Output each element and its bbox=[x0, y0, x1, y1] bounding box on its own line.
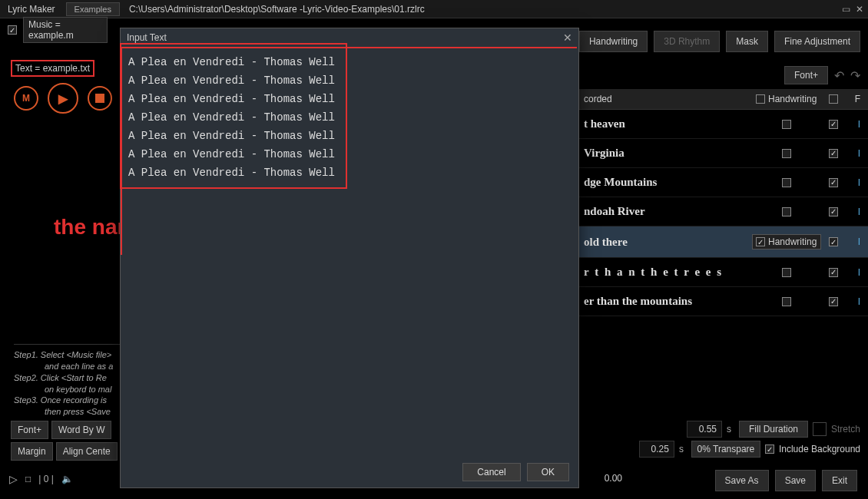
unit-s2: s bbox=[679, 444, 684, 454]
font-plus-button[interactable]: Font+ bbox=[11, 421, 48, 439]
handwriting-checkbox[interactable] bbox=[782, 149, 791, 158]
timeline-play-icon[interactable]: ▷ bbox=[9, 473, 18, 485]
handwriting-checkbox[interactable] bbox=[782, 268, 791, 277]
handwriting-cell bbox=[752, 178, 821, 187]
row-marker: I bbox=[858, 148, 860, 159]
include-bg-label: Include Background bbox=[779, 444, 860, 454]
include-bg-checkbox[interactable]: ✓ bbox=[765, 444, 774, 454]
handwriting-cell bbox=[752, 207, 821, 216]
titlebar: Lyric Maker Examples C:\Users\Administra… bbox=[0, 0, 868, 18]
dialog-ok-button[interactable]: OK bbox=[527, 463, 569, 481]
exit-button[interactable]: Exit bbox=[822, 470, 857, 491]
handwriting-cell: ✓Handwriting bbox=[752, 234, 821, 250]
lyric-text: Virginia bbox=[584, 147, 744, 160]
music-field[interactable]: Music = example.m bbox=[23, 17, 108, 43]
duration1-input[interactable]: 0.55 bbox=[687, 421, 722, 438]
handwriting-checkbox[interactable] bbox=[782, 120, 791, 129]
speaker-icon[interactable]: 🔈 bbox=[61, 474, 73, 484]
lyric-text: r t h a n t h e t r e e s bbox=[584, 266, 744, 279]
app-name: Lyric Maker bbox=[3, 4, 60, 15]
timeline-marker: | 0 | bbox=[38, 474, 54, 484]
lyric-text: t heaven bbox=[584, 117, 744, 131]
lyric-row[interactable]: dge Mountains✓I bbox=[576, 168, 868, 197]
lyric-text: er than the mountains bbox=[584, 295, 744, 308]
m-button[interactable]: M bbox=[14, 86, 38, 111]
align-center-button[interactable]: Align Cente bbox=[56, 442, 118, 461]
end-checkbox[interactable]: ✓ bbox=[829, 149, 838, 158]
dialog-close-icon[interactable]: ✕ bbox=[563, 31, 572, 44]
mask-button[interactable]: Mask bbox=[726, 31, 768, 52]
fill-duration-button[interactable]: Fill Duration bbox=[739, 421, 808, 438]
stretch-label: Stretch bbox=[831, 424, 860, 435]
lyric-row[interactable]: old there✓Handwriting✓I bbox=[576, 226, 868, 258]
dialog-line: A Plea en Vendredi - Thomas Well bbox=[125, 71, 577, 90]
row-marker: I bbox=[858, 119, 860, 130]
timeline-stop-icon[interactable]: □ bbox=[25, 474, 31, 484]
end-checkbox[interactable]: ✓ bbox=[829, 178, 838, 187]
dialog-title: Input Text bbox=[127, 32, 167, 43]
stop-icon bbox=[95, 94, 104, 103]
handwriting-checkbox[interactable] bbox=[782, 297, 791, 306]
transparency-select[interactable]: 0% Transpare bbox=[691, 441, 760, 458]
handwriting-all-checkbox[interactable] bbox=[756, 94, 765, 104]
lyric-text: ndoah River bbox=[584, 205, 744, 218]
duration2-input[interactable]: 0.25 bbox=[639, 441, 674, 458]
lyric-row[interactable]: r t h a n t h e t r e e s✓I bbox=[576, 258, 868, 287]
text-file-label[interactable]: Text = example.txt bbox=[11, 60, 94, 77]
dialog-line: A Plea en Vendredi - Thomas Well bbox=[125, 53, 577, 71]
handwriting-checkbox[interactable] bbox=[782, 207, 791, 216]
end-checkbox[interactable]: ✓ bbox=[829, 297, 838, 306]
word-by-word-button[interactable]: Word By W bbox=[51, 421, 111, 439]
unit-s1: s bbox=[727, 424, 731, 435]
save-as-button[interactable]: Save As bbox=[715, 470, 769, 491]
row-marker: I bbox=[858, 207, 860, 217]
handwriting-cell bbox=[752, 149, 821, 158]
undo-icon[interactable]: ↶ bbox=[834, 68, 844, 83]
3d-rhythm-button[interactable]: 3D Rhythm bbox=[654, 31, 720, 52]
end-checkbox[interactable]: ✓ bbox=[829, 207, 838, 216]
handwriting-button[interactable]: Handwriting bbox=[579, 31, 648, 52]
dialog-textarea[interactable]: A Plea en Vendredi - Thomas WellA Plea e… bbox=[125, 53, 577, 202]
examples-button[interactable]: Examples bbox=[66, 2, 120, 16]
fine-adjustment-button[interactable]: Fine Adjustment bbox=[774, 31, 860, 52]
stop-button[interactable] bbox=[88, 86, 112, 111]
handwriting-cell bbox=[752, 120, 821, 129]
minimize-icon[interactable]: ▭ bbox=[840, 4, 851, 15]
f-header: F bbox=[855, 94, 860, 104]
lyric-row[interactable]: Virginia✓I bbox=[576, 139, 868, 168]
handwriting-checkbox[interactable]: ✓ bbox=[756, 237, 765, 246]
input-text-dialog: Input Text ✕ A Plea en Vendredi - Thomas… bbox=[120, 28, 579, 488]
font-plus-right-button[interactable]: Font+ bbox=[784, 66, 828, 84]
file-path: C:\Users\Administrator\Desktop\Software … bbox=[129, 4, 840, 15]
end-checkbox[interactable]: ✓ bbox=[829, 120, 838, 129]
margin-button[interactable]: Margin bbox=[11, 442, 53, 461]
save-button[interactable]: Save bbox=[775, 470, 816, 491]
color-swatch[interactable] bbox=[813, 422, 827, 436]
mode-buttons: Handwriting 3D Rhythm Mask Fine Adjustme… bbox=[579, 31, 860, 52]
row-marker: I bbox=[858, 296, 860, 307]
end-checkbox[interactable]: ✓ bbox=[829, 268, 838, 277]
bottom-actions: Save As Save Exit bbox=[715, 470, 857, 491]
redo-icon[interactable]: ↷ bbox=[850, 68, 860, 83]
lyric-row[interactable]: t heaven✓I bbox=[576, 110, 868, 139]
timeline-controls: ▷ □ | 0 | 🔈 bbox=[9, 473, 73, 485]
lyric-row[interactable]: er than the mountains✓I bbox=[576, 287, 868, 316]
row-marker: I bbox=[858, 177, 860, 188]
f-all-checkbox[interactable] bbox=[829, 94, 838, 104]
bottom-right-controls: 0.55 s Fill Duration Stretch 0.25 s 0% T… bbox=[639, 421, 860, 458]
handwriting-cell bbox=[752, 268, 821, 277]
play-button[interactable]: ▶ bbox=[48, 83, 78, 114]
music-checkbox[interactable]: ✓ bbox=[8, 25, 17, 35]
row-marker: I bbox=[858, 236, 860, 247]
end-checkbox[interactable]: ✓ bbox=[829, 237, 838, 246]
dialog-cancel-button[interactable]: Cancel bbox=[462, 463, 520, 481]
close-icon[interactable]: ✕ bbox=[854, 4, 865, 15]
lyric-text: old there bbox=[584, 236, 744, 249]
recorded-header: corded bbox=[584, 94, 744, 104]
lyric-text: dge Mountains bbox=[584, 176, 744, 189]
play-icon: ▶ bbox=[58, 91, 68, 106]
handwriting-cell bbox=[752, 297, 821, 306]
handwriting-checkbox[interactable] bbox=[782, 178, 791, 187]
lyric-row[interactable]: ndoah River✓I bbox=[576, 197, 868, 226]
handwriting-label: Handwriting bbox=[768, 236, 817, 247]
